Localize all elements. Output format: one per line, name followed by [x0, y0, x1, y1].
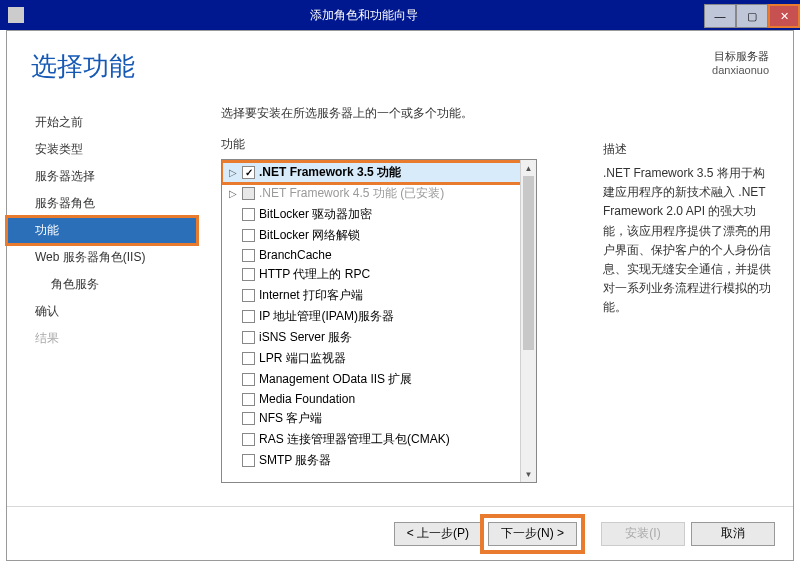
main-panel: 选择要安装在所选服务器上的一个或多个功能。 功能 ▷.NET Framework… — [197, 105, 593, 506]
feature-label: iSNS Server 服务 — [259, 329, 532, 346]
feature-checkbox — [242, 187, 255, 200]
target-server-info: 目标服务器 danxiaonuo — [712, 49, 769, 76]
scroll-track[interactable] — [521, 176, 536, 466]
feature-row[interactable]: ▷LPR 端口监视器 — [222, 348, 536, 369]
feature-row[interactable]: ▷SMTP 服务器 — [222, 450, 536, 471]
wizard-footer: < 上一步(P) 下一步(N) > 安装(I) 取消 — [7, 506, 793, 560]
feature-label: Media Foundation — [259, 392, 532, 406]
scroll-up-button[interactable]: ▲ — [521, 160, 536, 176]
feature-checkbox[interactable] — [242, 373, 255, 386]
feature-row[interactable]: ▷Media Foundation — [222, 390, 536, 408]
page-title: 选择功能 — [31, 49, 135, 84]
feature-label: LPR 端口监视器 — [259, 350, 532, 367]
feature-row[interactable]: ▷Management OData IIS 扩展 — [222, 369, 536, 390]
feature-row[interactable]: ▷IP 地址管理(IPAM)服务器 — [222, 306, 536, 327]
feature-checkbox[interactable] — [242, 229, 255, 242]
feature-row[interactable]: ▷.NET Framework 3.5 功能 — [222, 162, 536, 183]
feature-row[interactable]: ▷BitLocker 驱动器加密 — [222, 204, 536, 225]
feature-row[interactable]: ▷HTTP 代理上的 RPC — [222, 264, 536, 285]
feature-row[interactable]: ▷Internet 打印客户端 — [222, 285, 536, 306]
sidebar-item-3[interactable]: 服务器角色 — [7, 190, 197, 217]
feature-row[interactable]: ▷RAS 连接管理器管理工具包(CMAK) — [222, 429, 536, 450]
wizard-steps-sidebar: 开始之前安装类型服务器选择服务器角色功能Web 服务器角色(IIS)角色服务确认… — [7, 105, 197, 506]
feature-checkbox[interactable] — [242, 310, 255, 323]
sidebar-item-6[interactable]: 角色服务 — [7, 271, 197, 298]
features-listbox[interactable]: ▷.NET Framework 3.5 功能▷.NET Framework 4.… — [221, 159, 537, 483]
scroll-thumb[interactable] — [523, 176, 534, 350]
description-text: .NET Framework 3.5 将用于构建应用程序的新技术融入 .NET … — [603, 164, 775, 318]
feature-checkbox[interactable] — [242, 412, 255, 425]
feature-label: BranchCache — [259, 248, 532, 262]
feature-row[interactable]: ▷iSNS Server 服务 — [222, 327, 536, 348]
feature-checkbox[interactable] — [242, 454, 255, 467]
minimize-button[interactable]: — — [704, 4, 736, 28]
feature-label: BitLocker 网络解锁 — [259, 227, 532, 244]
previous-button[interactable]: < 上一步(P) — [394, 522, 482, 546]
close-button[interactable]: ✕ — [768, 4, 800, 28]
feature-checkbox[interactable] — [242, 166, 255, 179]
feature-label: Management OData IIS 扩展 — [259, 371, 532, 388]
feature-checkbox[interactable] — [242, 249, 255, 262]
feature-checkbox[interactable] — [242, 268, 255, 281]
cancel-button[interactable]: 取消 — [691, 522, 775, 546]
feature-label: .NET Framework 4.5 功能 (已安装) — [259, 185, 532, 202]
sidebar-item-4[interactable]: 功能 — [7, 217, 197, 244]
feature-checkbox[interactable] — [242, 208, 255, 221]
description-label: 描述 — [603, 141, 775, 158]
expand-icon[interactable]: ▷ — [228, 167, 238, 178]
feature-label: IP 地址管理(IPAM)服务器 — [259, 308, 532, 325]
feature-row[interactable]: ▷BranchCache — [222, 246, 536, 264]
wizard-header: 选择功能 目标服务器 danxiaonuo — [7, 31, 793, 92]
feature-label: RAS 连接管理器管理工具包(CMAK) — [259, 431, 532, 448]
target-name: danxiaonuo — [712, 64, 769, 76]
sidebar-item-2[interactable]: 服务器选择 — [7, 163, 197, 190]
next-button[interactable]: 下一步(N) > — [488, 522, 577, 546]
feature-checkbox[interactable] — [242, 433, 255, 446]
feature-row[interactable]: ▷.NET Framework 4.5 功能 (已安装) — [222, 183, 536, 204]
feature-row[interactable]: ▷BitLocker 网络解锁 — [222, 225, 536, 246]
maximize-button[interactable]: ▢ — [736, 4, 768, 28]
app-icon — [8, 7, 24, 23]
feature-label: BitLocker 驱动器加密 — [259, 206, 532, 223]
feature-label: SMTP 服务器 — [259, 452, 532, 469]
feature-checkbox[interactable] — [242, 331, 255, 344]
sidebar-item-7[interactable]: 确认 — [7, 298, 197, 325]
expand-icon[interactable]: ▷ — [228, 188, 238, 199]
feature-checkbox[interactable] — [242, 352, 255, 365]
titlebar: 添加角色和功能向导 — ▢ ✕ — [0, 0, 800, 30]
feature-checkbox[interactable] — [242, 393, 255, 406]
scroll-down-button[interactable]: ▼ — [521, 466, 536, 482]
vertical-scrollbar[interactable]: ▲ ▼ — [520, 160, 536, 482]
features-label: 功能 — [221, 136, 585, 153]
window-title: 添加角色和功能向导 — [24, 7, 704, 24]
window-content: 选择功能 目标服务器 danxiaonuo 开始之前安装类型服务器选择服务器角色… — [6, 30, 794, 561]
target-label: 目标服务器 — [712, 49, 769, 64]
install-button: 安装(I) — [601, 522, 685, 546]
feature-row[interactable]: ▷NFS 客户端 — [222, 408, 536, 429]
feature-checkbox[interactable] — [242, 289, 255, 302]
feature-label: HTTP 代理上的 RPC — [259, 266, 532, 283]
sidebar-item-8: 结果 — [7, 325, 197, 352]
feature-label: Internet 打印客户端 — [259, 287, 532, 304]
description-panel: 描述 .NET Framework 3.5 将用于构建应用程序的新技术融入 .N… — [593, 105, 793, 506]
sidebar-item-0[interactable]: 开始之前 — [7, 109, 197, 136]
feature-label: NFS 客户端 — [259, 410, 532, 427]
instruction-text: 选择要安装在所选服务器上的一个或多个功能。 — [221, 105, 585, 122]
feature-label: .NET Framework 3.5 功能 — [259, 164, 532, 181]
sidebar-item-1[interactable]: 安装类型 — [7, 136, 197, 163]
sidebar-item-5[interactable]: Web 服务器角色(IIS) — [7, 244, 197, 271]
